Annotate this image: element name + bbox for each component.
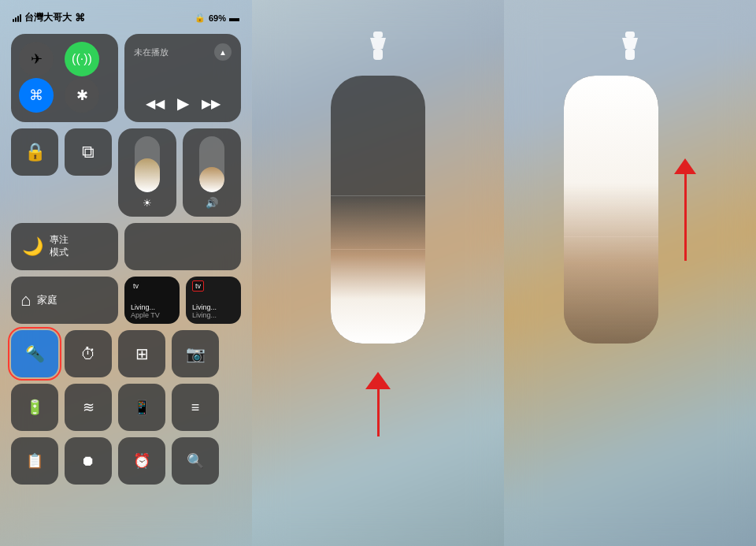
media-tile: 未在播放 ▲ ◀◀ ▶ ▶▶ (124, 34, 241, 122)
media-header: 未在播放 ▲ (134, 43, 232, 61)
record-button[interactable]: ⏺ (65, 437, 112, 485)
bluetooth-icon: ✱ (76, 87, 88, 104)
cellular-icon: ((·)) (72, 52, 92, 66)
connectivity-tile[interactable]: ✈ ((·)) ⌘ ✱ (11, 34, 118, 122)
camera-button[interactable]: 📷 (172, 330, 219, 377)
brightness-tile[interactable]: ☀ (118, 128, 176, 217)
volume-icon: 🔊 (206, 197, 218, 209)
play-button[interactable]: ▶ (177, 94, 189, 113)
status-left: 台灣大哥大 ⌘ (13, 11, 85, 24)
card-icon: ≡ (191, 399, 200, 416)
camera-icon: 📷 (186, 344, 206, 363)
waveform-button[interactable]: ≋ (65, 384, 112, 431)
prev-button[interactable]: ◀◀ (146, 96, 165, 111)
flashlight-top-icon-mid (367, 32, 389, 63)
screen-mirror-tile[interactable]: ⧉ (65, 128, 112, 176)
arrow-line-mid (377, 389, 380, 436)
notes-button[interactable]: 📋 (11, 437, 58, 485)
row-3: 🌙 專注模式 (11, 223, 241, 270)
flashlight-right-panel (504, 0, 756, 546)
appletv2-line2: Living... (192, 311, 217, 319)
airplay-button[interactable]: ▲ (214, 43, 232, 61)
calculator-button[interactable]: ⊞ (118, 330, 165, 377)
battery-indicator: ▬ (229, 12, 239, 24)
signal-bar-3 (17, 16, 19, 22)
status-bar: 台灣大哥大 ⌘ 🔒 69% ▬ (11, 8, 241, 31)
airplane-icon: ✈ (31, 50, 43, 68)
search-icon: 🔍 (187, 452, 204, 470)
signal-bars (13, 14, 21, 22)
appletv2-logo: tv (192, 281, 208, 291)
brightness-track (135, 136, 160, 192)
flashlight-top-icon-right (619, 32, 641, 63)
brightness-fill (135, 158, 160, 192)
appletv2-line1: Living... (192, 303, 217, 311)
remote-button[interactable]: 📱 (118, 384, 165, 431)
record-icon: ⏺ (81, 453, 95, 470)
arrow-head-right (674, 158, 696, 174)
flashlight-slider-right[interactable] (564, 76, 658, 344)
moon-icon: 🌙 (22, 236, 43, 257)
battery-pct: 69% (209, 13, 226, 23)
status-right: 🔒 69% ▬ (195, 12, 239, 24)
row-6: 🔋 ≋ 📱 ≡ (11, 384, 241, 431)
signal-bar-2 (15, 17, 17, 22)
home-icon: ⌂ (20, 290, 31, 310)
appletv1-tile[interactable]: tv Living... Apple TV (124, 277, 180, 324)
flashlight-fill-mid (331, 196, 425, 344)
arrow-right-wrapper (674, 158, 696, 261)
svg-rect-3 (625, 32, 635, 38)
mirror-icon: ⧉ (82, 142, 94, 162)
extra-tile (124, 223, 241, 270)
notes-icon: 📋 (26, 452, 43, 470)
flashlight-mid-panel (252, 0, 504, 546)
waveform-icon: ≋ (83, 399, 94, 416)
flashlight-button[interactable]: 🔦 (11, 330, 58, 377)
wifi-icon: ⌘ (75, 12, 85, 24)
search-button[interactable]: 🔍 (172, 437, 219, 485)
signal-bar-1 (13, 19, 14, 22)
appletv1-line2: Apple TV (131, 311, 160, 319)
cellular-button[interactable]: ((·)) (65, 42, 99, 76)
svg-marker-1 (370, 38, 386, 49)
flashlight-panel-mid (252, 0, 504, 546)
tiles-container: ✈ ((·)) ⌘ ✱ 未在播放 (11, 34, 241, 485)
wifi-button[interactable]: ⌘ (19, 78, 54, 113)
volume-track (199, 136, 224, 192)
control-center: 台灣大哥大 ⌘ 🔒 69% ▬ ✈ ((·)) (0, 0, 252, 546)
home-tile[interactable]: ⌂ 家庭 (11, 277, 118, 324)
lock-icon: 🔒 (24, 142, 46, 162)
alarm-icon: ⏰ (133, 452, 150, 470)
appletv2-tile[interactable]: tv Living... Living... (186, 277, 241, 324)
appletv1-line1: Living... (131, 303, 160, 311)
next-button[interactable]: ▶▶ (202, 96, 220, 111)
remote-icon: 📱 (133, 399, 150, 416)
airplane-mode-button[interactable]: ✈ (19, 42, 54, 76)
battery-button[interactable]: 🔋 (11, 384, 58, 431)
row-1: ✈ ((·)) ⌘ ✱ 未在播放 (11, 34, 241, 122)
battery-icon: 🔒 (195, 13, 206, 23)
timer-button[interactable]: ⏱ (65, 330, 112, 377)
calc-icon: ⊞ (135, 344, 149, 363)
focus-label: 專注模式 (50, 234, 69, 258)
timer-icon: ⏱ (80, 345, 96, 363)
alarm-button[interactable]: ⏰ (118, 437, 165, 485)
airplay-icon: ▲ (219, 48, 227, 57)
focus-tile[interactable]: 🌙 專注模式 (11, 223, 118, 270)
volume-tile[interactable]: 🔊 (183, 128, 241, 217)
bluetooth-button[interactable]: ✱ (65, 78, 99, 113)
flashlight-panel-right (504, 0, 756, 546)
svg-rect-0 (373, 32, 383, 38)
wifi-icon: ⌘ (29, 87, 43, 104)
flashlight-slider-mid[interactable] (331, 76, 425, 344)
appletv2-labels: Living... Living... (192, 303, 217, 319)
screen-lock-tile[interactable]: 🔒 (11, 128, 58, 176)
volume-fill (199, 167, 224, 192)
svg-rect-2 (373, 49, 383, 60)
control-center-panel: 台灣大哥大 ⌘ 🔒 69% ▬ ✈ ((·)) (0, 0, 252, 546)
brightness-icon: ☀ (143, 197, 152, 209)
signal-bar-4 (20, 14, 21, 22)
flashlight-circle (8, 327, 61, 381)
svg-marker-4 (622, 38, 638, 49)
card-button[interactable]: ≡ (172, 384, 219, 431)
